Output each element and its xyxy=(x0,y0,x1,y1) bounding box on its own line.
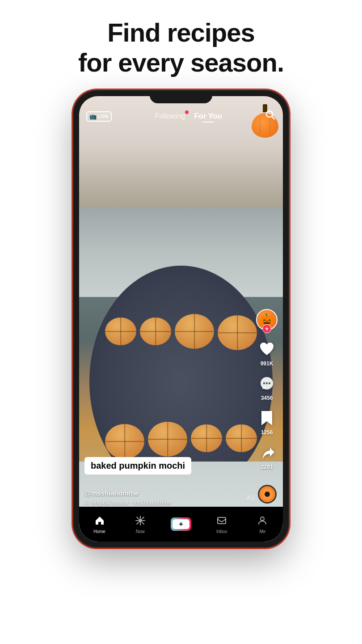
live-label: LIVE xyxy=(98,114,109,119)
live-badge[interactable]: 📺 LIVE xyxy=(86,111,112,122)
video-background[interactable] xyxy=(79,96,283,542)
bottom-navigation: Home Now + xyxy=(79,507,283,542)
mochi-item xyxy=(218,315,257,350)
sidebar-actions: 🎃 + 991K xyxy=(256,309,278,470)
now-label: Now xyxy=(136,529,145,534)
page-headline: Find recipes for every season. xyxy=(78,18,284,77)
svg-point-3 xyxy=(263,382,265,384)
mochi-item xyxy=(140,318,171,345)
svg-point-8 xyxy=(261,517,264,521)
mochi-item xyxy=(105,318,136,345)
music-notes-decoration: ♪♫ xyxy=(246,493,255,501)
header-tabs: Following For You xyxy=(112,112,265,121)
phone-device: 📺 LIVE Following For You xyxy=(74,91,288,547)
phone-notch xyxy=(150,91,212,103)
phone-shell: 📺 LIVE Following For You xyxy=(74,91,288,547)
comment-button[interactable]: 3456 xyxy=(257,374,277,401)
tab-for-you[interactable]: For You xyxy=(194,112,222,121)
home-label: Home xyxy=(93,529,105,534)
nav-me[interactable]: Me xyxy=(242,515,283,534)
bookmark-icon xyxy=(259,409,275,427)
bookmark-count: 1256 xyxy=(261,429,273,436)
headline-line1: Find recipes xyxy=(107,18,255,47)
mochi-item xyxy=(226,424,257,452)
heart-icon xyxy=(258,341,275,358)
comment-count: 3456 xyxy=(261,395,273,401)
mochi-item xyxy=(191,424,222,452)
tv-icon: 📺 xyxy=(89,113,97,120)
like-button[interactable]: 991K xyxy=(257,339,277,367)
nav-create[interactable]: + xyxy=(160,517,201,532)
follow-plus-badge: + xyxy=(262,324,271,333)
bookmark-button[interactable]: 1256 xyxy=(257,408,277,436)
svg-point-4 xyxy=(266,382,268,384)
following-dot xyxy=(185,110,189,114)
like-count: 991K xyxy=(261,360,274,367)
profile-icon xyxy=(257,515,268,528)
home-icon xyxy=(94,515,105,528)
svg-point-6 xyxy=(139,519,142,522)
nav-home[interactable]: Home xyxy=(79,515,120,534)
inbox-label: Inbox xyxy=(216,529,227,534)
nav-now[interactable]: Now xyxy=(120,515,160,534)
vinyl-center xyxy=(265,491,270,497)
sound-name: original sound - msshiandmrhe xyxy=(92,499,172,506)
mochi-item xyxy=(105,424,144,459)
video-caption-area: baked pumpkin mochi xyxy=(84,457,252,475)
me-label: Me xyxy=(259,529,265,534)
svg-line-1 xyxy=(272,117,275,119)
share-icon xyxy=(258,444,275,461)
share-button[interactable]: 2281 xyxy=(257,443,277,470)
caption-text: baked pumpkin mochi xyxy=(84,457,191,475)
tab-following[interactable]: Following xyxy=(155,112,185,120)
now-icon xyxy=(135,515,146,528)
comment-icon xyxy=(258,375,275,392)
mochi-item xyxy=(175,314,214,349)
search-button[interactable] xyxy=(265,110,276,123)
nav-inbox[interactable]: Inbox xyxy=(202,515,242,534)
music-note-icon: ♫ xyxy=(84,499,89,506)
headline-line2: for every season. xyxy=(78,48,284,77)
creator-avatar[interactable]: 🎃 + xyxy=(256,309,278,330)
share-count: 2281 xyxy=(261,464,273,470)
phone-screen: 📺 LIVE Following For You xyxy=(79,96,283,542)
mochi-item xyxy=(148,422,187,457)
inbox-icon xyxy=(216,515,227,528)
svg-point-5 xyxy=(269,382,270,384)
create-plus: + xyxy=(179,520,183,528)
create-button[interactable]: + xyxy=(171,517,191,531)
